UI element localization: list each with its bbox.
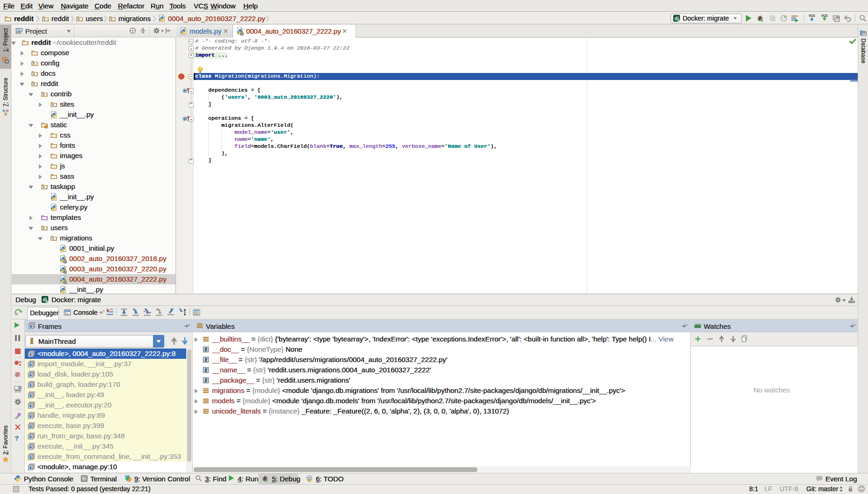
svg-text:VCS: VCS <box>809 14 815 17</box>
